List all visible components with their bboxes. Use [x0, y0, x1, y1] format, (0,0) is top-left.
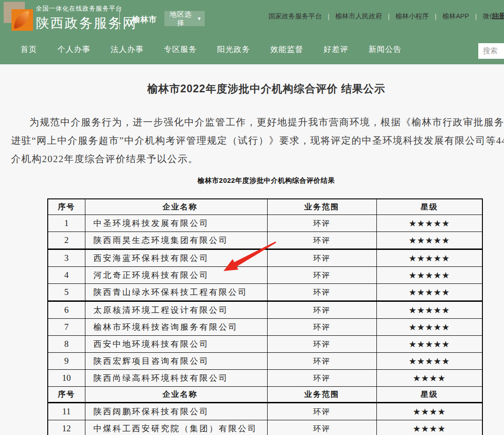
- register-link[interactable]: 注册: [492, 12, 504, 21]
- header-divider: [119, 10, 120, 29]
- logo-leaf-icon: [12, 11, 31, 29]
- region-select-label: 地区选择: [167, 10, 195, 28]
- scope-cell: 环评: [267, 319, 376, 336]
- scope-cell: 环评: [267, 403, 376, 420]
- stars-cell: ★★★★★: [376, 215, 482, 232]
- stars-cell: ★★★★: [376, 420, 482, 435]
- table-row: 5陕西青山绿水环保科技工程有限公司环评★★★★★: [48, 284, 482, 301]
- company-cell: 陕西宏辉项目咨询有限公司: [85, 353, 267, 370]
- table-row: 11陕西阔鹏环保科技有限公司环评★★★★: [48, 403, 482, 420]
- column-header: 星级: [376, 387, 482, 403]
- serial-cell: 2: [48, 232, 85, 249]
- search-input[interactable]: [478, 43, 504, 59]
- scope-cell: 环评: [267, 336, 376, 353]
- region-select-button[interactable]: 地区选择 ▼: [164, 11, 205, 26]
- announcement-paragraph: 为规范中介服务行为，进一步强化中介监管工作，更好地提升我市营商环境，根据《榆林市…: [11, 113, 504, 168]
- top-link-app[interactable]: 榆林APP: [437, 12, 475, 21]
- serial-cell: 3: [48, 249, 85, 267]
- paragraph-line: 为规范中介服务行为，进一步强化中介监管工作，更好地提升我市营商环境，根据《榆林市…: [11, 113, 504, 131]
- nav-item-efficiency[interactable]: 效能监督: [270, 44, 303, 55]
- table-row: 2陕西雨昊生态环境集团有限公司环评★★★★★: [48, 232, 482, 249]
- company-cell: 中圣环境科技发展有限公司: [85, 215, 267, 232]
- table-header-row: 序号企业名称业务范围星级: [48, 199, 482, 215]
- nav-item-home[interactable]: 首页: [21, 44, 37, 55]
- stars-cell: ★★★★★: [376, 284, 482, 301]
- stars-cell: ★★★★: [376, 370, 482, 387]
- brand-text: 全国一体化在线政务服务平台 陕西政务服务网: [36, 5, 137, 33]
- top-links: 国家政务服务平台 | 榆林市人民政府 | 榆林小程序 | 榆林APP | 微信公…: [263, 12, 504, 21]
- top-link-mini-program[interactable]: 榆林小程序: [390, 12, 435, 21]
- site-logo-icon: [4, 2, 33, 31]
- column-header: 企业名称: [85, 199, 267, 215]
- stars-cell: ★★★★★: [376, 353, 482, 370]
- company-cell: 西安海蓝环保科技有限公司: [85, 249, 267, 267]
- nav-item-zone-services[interactable]: 专区服务: [164, 44, 197, 55]
- table-row: 1中圣环境科技发展有限公司环评★★★★★: [48, 215, 482, 232]
- column-header: 业务范围: [267, 387, 376, 403]
- stars-cell: ★★★★★: [376, 301, 482, 319]
- paragraph-line: 介机构2022年度综合评价结果予以公示。: [11, 150, 504, 168]
- stars-cell: ★★★★★: [376, 232, 482, 249]
- caret-down-icon: ▼: [197, 16, 202, 21]
- serial-cell: 6: [48, 301, 85, 319]
- scope-cell: 环评: [267, 301, 376, 319]
- table-header-row: 序号企业名称业务范围星级: [48, 387, 482, 403]
- main-nav: 首页 个人办事 法人办事 专区服务 阳光政务 效能监督 好差评 新闻公告: [0, 34, 504, 64]
- stars-cell: ★★★★★: [376, 319, 482, 336]
- platform-label: 全国一体化在线政务服务平台: [36, 5, 137, 13]
- company-cell: 榆林市环境科技咨询服务有限公司: [85, 319, 267, 336]
- stars-cell: ★★★★★: [376, 267, 482, 284]
- top-link-city-government[interactable]: 榆林市人民政府: [330, 12, 388, 21]
- stars-cell: ★★★★★: [376, 249, 482, 267]
- site-name: 陕西政务服务网: [36, 14, 137, 33]
- table-row: 8西安中地环境科技有限公司环评★★★★★: [48, 336, 482, 353]
- top-link-national-platform[interactable]: 国家政务服务平台: [263, 12, 328, 21]
- company-cell: 陕西尚绿高科环境科技有限公司: [85, 370, 267, 387]
- announcement-document: 榆林市2022年度涉批中介机构综合评价 结果公示 为规范中介服务行为，进一步强化…: [0, 64, 504, 185]
- company-cell: 河北奇正环境科技有限公司: [85, 267, 267, 284]
- stars-cell: ★★★★: [376, 403, 482, 420]
- serial-cell: 4: [48, 267, 85, 284]
- column-header: 业务范围: [267, 199, 376, 215]
- column-header: 序号: [48, 387, 85, 403]
- scope-cell: 环评: [267, 267, 376, 284]
- nav-item-news[interactable]: 新闻公告: [369, 44, 402, 55]
- scope-cell: 环评: [267, 370, 376, 387]
- logo-front-square: [11, 9, 33, 31]
- company-cell: 中煤科工西安研究院（集团）有限公司: [85, 420, 267, 435]
- column-header: 企业名称: [85, 387, 267, 403]
- results-table: 序号企业名称业务范围星级1中圣环境科技发展有限公司环评★★★★★2陕西雨昊生态环…: [47, 198, 483, 435]
- serial-cell: 10: [48, 370, 85, 387]
- serial-cell: 12: [48, 420, 85, 435]
- results-table-body: 序号企业名称业务范围星级1中圣环境科技发展有限公司环评★★★★★2陕西雨昊生态环…: [48, 199, 482, 435]
- company-cell: 西安中地环境科技有限公司: [85, 336, 267, 353]
- column-header: 序号: [48, 199, 85, 215]
- table-row: 6太原核清环境工程设计有限公司环评★★★★★: [48, 301, 482, 319]
- table-row: 4河北奇正环境科技有限公司环评★★★★★: [48, 267, 482, 284]
- nav-item-personal[interactable]: 个人办事: [57, 44, 90, 55]
- scope-cell: 环评: [267, 284, 376, 301]
- nav-item-corporate[interactable]: 法人办事: [111, 44, 144, 55]
- page-title: 榆林市2022年度涉批中介机构综合评价 结果公示: [0, 82, 504, 96]
- table-row: 7榆林市环境科技咨询服务有限公司环评★★★★★: [48, 319, 482, 336]
- company-cell: 陕西雨昊生态环境集团有限公司: [85, 232, 267, 249]
- stars-cell: ★★★★★: [376, 336, 482, 353]
- table-row: 3西安海蓝环保科技有限公司环评★★★★★: [48, 249, 482, 267]
- current-city-label: 榆林市: [132, 14, 157, 25]
- serial-cell: 9: [48, 353, 85, 370]
- company-cell: 太原核清环境工程设计有限公司: [85, 301, 267, 319]
- table-row: 9陕西宏辉项目咨询有限公司环评★★★★★: [48, 353, 482, 370]
- scope-cell: 环评: [267, 353, 376, 370]
- nav-item-open-government[interactable]: 阳光政务: [217, 44, 250, 55]
- table-row: 12中煤科工西安研究院（集团）有限公司环评★★★★: [48, 420, 482, 435]
- column-header: 星级: [376, 199, 482, 215]
- table-row: 10陕西尚绿高科环境科技有限公司环评★★★★: [48, 370, 482, 387]
- nav-item-review[interactable]: 好差评: [324, 44, 348, 55]
- table-caption: 榆林市2022年度涉批中介机构综合评价结果: [0, 176, 504, 185]
- site-header: 全国一体化在线政务服务平台 陕西政务服务网 榆林市 地区选择 ▼ 国家政务服务平…: [0, 0, 504, 64]
- scope-cell: 环评: [267, 249, 376, 267]
- paragraph-line: 进驻“网上中介服务超市”中介机构考评管理规定（试行）》要求，现将评定的中圣环境科…: [11, 131, 504, 150]
- serial-cell: 7: [48, 319, 85, 336]
- serial-cell: 1: [48, 215, 85, 232]
- serial-cell: 8: [48, 336, 85, 353]
